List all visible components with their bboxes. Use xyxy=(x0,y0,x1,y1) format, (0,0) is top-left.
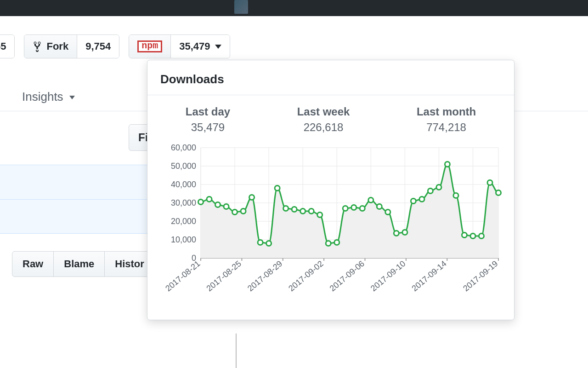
svg-text:50,000: 50,000 xyxy=(171,161,196,171)
svg-point-60 xyxy=(496,190,501,196)
svg-text:2017-08-21: 2017-08-21 xyxy=(164,259,202,293)
svg-text:20,000: 20,000 xyxy=(171,217,196,226)
svg-point-34 xyxy=(275,186,280,191)
svg-text:30,000: 30,000 xyxy=(171,198,196,207)
popover-pointer xyxy=(236,334,237,368)
fork-count[interactable]: 9,754 xyxy=(77,35,119,58)
svg-point-40 xyxy=(326,241,331,246)
stat-last-week: Last week 226,618 xyxy=(297,105,350,134)
file-tree-rows xyxy=(0,165,147,234)
insights-label: Insights xyxy=(22,90,63,104)
svg-point-56 xyxy=(462,233,467,238)
svg-point-43 xyxy=(351,205,356,210)
svg-point-25 xyxy=(198,200,204,205)
downloads-chart: 010,00020,00030,00040,00050,00060,000201… xyxy=(147,138,514,320)
stat-label: Last month xyxy=(417,105,476,118)
blame-button[interactable]: Blame xyxy=(53,252,104,276)
svg-point-31 xyxy=(249,195,254,200)
chart-svg: 010,00020,00030,00040,00050,00060,000201… xyxy=(158,143,504,309)
fork-button-group: Fork 9,754 xyxy=(24,34,119,58)
svg-point-48 xyxy=(394,231,399,236)
download-stats: Last day 35,479 Last week 226,618 Last m… xyxy=(147,95,514,138)
svg-text:10,000: 10,000 xyxy=(171,235,196,244)
star-count[interactable]: 55 xyxy=(0,35,14,58)
svg-point-46 xyxy=(377,204,382,209)
svg-point-53 xyxy=(436,185,441,190)
repo-action-buttons: 55 Fork 9,754 npm 35,479 xyxy=(0,34,230,58)
top-nav-bar xyxy=(0,0,588,16)
svg-point-42 xyxy=(343,206,348,211)
stat-value: 226,618 xyxy=(297,121,350,134)
svg-point-32 xyxy=(258,240,263,245)
svg-text:2017-09-10: 2017-09-10 xyxy=(369,259,407,293)
svg-point-49 xyxy=(402,230,407,235)
svg-point-28 xyxy=(224,204,229,209)
stat-label: Last week xyxy=(297,105,350,118)
svg-point-50 xyxy=(411,199,416,204)
stat-value: 35,479 xyxy=(186,121,230,134)
svg-point-36 xyxy=(292,207,297,212)
svg-point-51 xyxy=(419,197,424,202)
svg-point-38 xyxy=(309,209,314,214)
svg-point-29 xyxy=(232,210,237,215)
fork-icon xyxy=(33,41,42,52)
npm-button-group: npm 35,479 xyxy=(129,34,230,58)
svg-text:40,000: 40,000 xyxy=(171,180,196,189)
downloads-popover: Downloads Last day 35,479 Last week 226,… xyxy=(147,60,514,320)
list-item[interactable] xyxy=(0,199,147,234)
svg-point-52 xyxy=(428,189,433,194)
npm-count: 35,479 xyxy=(179,40,210,52)
stat-last-month: Last month 774,218 xyxy=(417,105,476,134)
svg-point-54 xyxy=(445,162,450,167)
avatar[interactable] xyxy=(234,0,248,14)
svg-point-26 xyxy=(207,197,212,202)
chevron-down-icon xyxy=(69,96,75,99)
svg-point-58 xyxy=(479,234,484,239)
svg-point-33 xyxy=(266,241,271,246)
star-button-group: 55 xyxy=(0,34,15,58)
npm-count-dropdown[interactable]: 35,479 xyxy=(170,35,229,58)
popover-title: Downloads xyxy=(147,60,514,95)
chevron-down-icon xyxy=(215,45,221,49)
svg-point-37 xyxy=(300,209,305,214)
svg-point-55 xyxy=(453,193,458,198)
stat-last-day: Last day 35,479 xyxy=(186,105,230,134)
fork-label: Fork xyxy=(46,40,68,52)
svg-point-45 xyxy=(368,198,373,203)
svg-text:2017-08-25: 2017-08-25 xyxy=(205,259,243,293)
npm-button[interactable]: npm xyxy=(129,35,170,58)
svg-text:60,000: 60,000 xyxy=(171,143,196,152)
svg-text:2017-09-06: 2017-09-06 xyxy=(328,259,366,293)
stat-value: 774,218 xyxy=(417,121,476,134)
svg-text:2017-09-02: 2017-09-02 xyxy=(287,259,325,293)
npm-icon: npm xyxy=(137,40,162,52)
svg-point-47 xyxy=(385,210,390,215)
fork-button[interactable]: Fork xyxy=(24,35,77,58)
svg-point-27 xyxy=(215,202,220,207)
list-item[interactable] xyxy=(0,165,147,199)
svg-point-30 xyxy=(241,209,246,214)
svg-text:2017-09-14: 2017-09-14 xyxy=(410,259,448,293)
svg-point-57 xyxy=(470,234,475,239)
svg-point-59 xyxy=(487,180,492,185)
svg-text:2017-08-29: 2017-08-29 xyxy=(246,259,284,293)
svg-point-44 xyxy=(360,206,365,211)
svg-point-35 xyxy=(283,206,288,211)
svg-point-41 xyxy=(334,240,339,245)
file-view-actions: Raw Blame Histor xyxy=(12,251,155,277)
stat-label: Last day xyxy=(186,105,230,118)
svg-text:2017-09-19: 2017-09-19 xyxy=(461,259,499,293)
tab-insights[interactable]: Insights xyxy=(22,90,75,104)
svg-point-39 xyxy=(317,213,322,218)
raw-button[interactable]: Raw xyxy=(12,252,53,276)
